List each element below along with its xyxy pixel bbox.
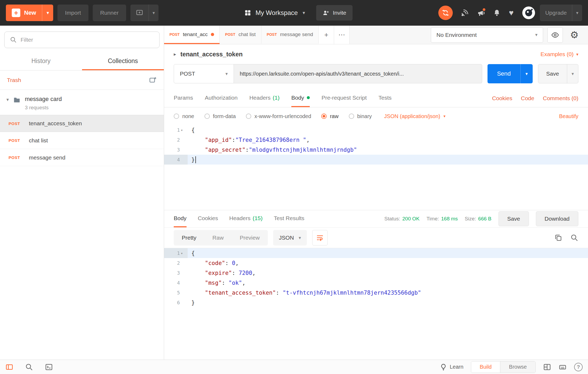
bell-icon [493, 9, 501, 17]
mode-urlencoded[interactable]: x-www-form-urlencoded [246, 113, 311, 119]
open-tab[interactable]: POST tenant_acc [164, 26, 220, 44]
view-preview[interactable]: Preview [232, 230, 268, 246]
tab-tests[interactable]: Tests [378, 89, 392, 107]
browse-toggle[interactable]: Browse [500, 361, 535, 373]
runner-button[interactable]: Runner [93, 5, 126, 21]
import-button[interactable]: Import [57, 5, 88, 21]
wrap-lines-button[interactable] [312, 230, 328, 246]
collection-item[interactable]: ▾ message card 3 requests [0, 90, 164, 115]
tab-collections[interactable]: Collections [82, 53, 164, 70]
chevron-right-icon[interactable]: ▸ [174, 51, 176, 57]
response-body-viewer[interactable]: 1▾ { 2 "code": 0, 3 "expire": 7200, 4 "m… [164, 248, 588, 360]
method-badge: POST [9, 121, 23, 126]
method-badge: POST [9, 138, 23, 143]
new-window-button[interactable]: ▾ [130, 5, 159, 21]
favorites-button[interactable]: ♥ [509, 9, 514, 17]
send-button[interactable]: Send ▾ [488, 64, 533, 83]
save-button[interactable]: Save ▾ [538, 64, 578, 83]
content-type-select[interactable]: JSON (application/json) ▾ [384, 113, 446, 119]
mode-binary[interactable]: binary [349, 113, 372, 119]
list-item[interactable]: POST message send [0, 149, 164, 166]
upgrade-dropdown-caret[interactable]: ▾ [572, 5, 582, 21]
build-toggle[interactable]: Build [471, 361, 500, 373]
list-item[interactable]: POST chat list [0, 132, 164, 149]
tab-history[interactable]: History [0, 53, 82, 70]
chevron-down-icon: ▾ [576, 10, 578, 16]
download-response-button[interactable]: Download [536, 211, 578, 226]
send-dropdown-caret[interactable]: ▾ [520, 64, 533, 83]
tab-authorization[interactable]: Authorization [205, 89, 238, 107]
tab-body[interactable]: Body [291, 89, 310, 107]
save-dropdown-caret[interactable]: ▾ [567, 64, 578, 83]
request-body-editor[interactable]: 1▾ { 2 "app_id":"Tree_2164387968ern ", 3… [164, 125, 588, 210]
filter-input[interactable] [21, 37, 154, 43]
postman-app: + New ▾ Import Runner ▾ My Workspace ▾ [0, 0, 588, 374]
account-button[interactable] [522, 6, 536, 20]
new-button[interactable]: + New ▾ [6, 5, 53, 21]
tab-response-headers[interactable]: Headers(15) [229, 210, 263, 227]
open-tab[interactable]: POST chat list [220, 26, 261, 44]
sync-button[interactable] [438, 6, 453, 20]
request-section-tabs: Params Authorization Headers(1) Body Pre… [164, 89, 588, 107]
view-pretty[interactable]: Pretty [174, 230, 204, 246]
time-badge: Time:168 ms [427, 216, 458, 222]
list-item[interactable]: POST tenant_access_token [0, 115, 164, 132]
tab-response-body[interactable]: Body [174, 210, 187, 227]
fold-toggle-icon[interactable]: ▾ [181, 251, 185, 255]
tab-params[interactable]: Params [174, 89, 193, 107]
mode-form-data[interactable]: form-data [204, 113, 236, 119]
chevron-down-icon[interactable]: ▾ [6, 97, 9, 103]
new-tab-button[interactable]: + [319, 26, 334, 44]
search-icon[interactable] [570, 234, 578, 242]
two-pane-view-button[interactable] [543, 363, 551, 371]
code-link[interactable]: Code [521, 95, 534, 102]
beautify-link[interactable]: Beautify [559, 113, 578, 119]
examples-dropdown[interactable]: Examples (0) ▾ [540, 51, 578, 57]
shortcuts-button[interactable] [559, 363, 567, 371]
invite-button[interactable]: Invite [316, 5, 353, 21]
tab-test-results[interactable]: Test Results [274, 210, 304, 227]
console-button[interactable] [45, 363, 53, 371]
plus-icon: + [324, 31, 328, 39]
settings-button[interactable]: ⚙ [567, 27, 582, 43]
learn-button[interactable]: Learn [440, 363, 463, 371]
find-replace-button[interactable] [25, 363, 33, 371]
url-input[interactable] [234, 64, 482, 83]
new-dropdown-caret[interactable]: ▾ [42, 5, 53, 21]
view-raw[interactable]: Raw [204, 230, 232, 246]
mode-raw[interactable]: raw [321, 113, 338, 119]
method-badge: POST [225, 32, 235, 37]
comments-link[interactable]: Comments (0) [543, 95, 578, 102]
fold-toggle-icon[interactable]: ▾ [181, 128, 185, 132]
request-list: POST tenant_access_token POST chat list … [0, 115, 164, 166]
chevron-down-icon: ▾ [153, 10, 155, 16]
upgrade-button[interactable]: Upgrade ▾ [540, 5, 582, 21]
environment-select[interactable]: No Environment ▾ [431, 27, 543, 43]
tab-pre-request-script[interactable]: Pre-request Script [322, 89, 367, 107]
notifications-button[interactable] [493, 9, 501, 17]
statusbar-left [5, 363, 53, 371]
copy-icon[interactable] [554, 234, 562, 242]
response-view-group: Pretty Raw Preview [174, 230, 268, 246]
method-select[interactable]: POST ▾ [174, 64, 234, 83]
window-dropdown-caret[interactable]: ▾ [149, 5, 159, 21]
help-button[interactable]: ? [574, 363, 583, 371]
response-format-select[interactable]: JSON ▾ [273, 230, 307, 246]
request-links: Cookies Code Comments (0) [492, 89, 578, 107]
trash-link[interactable]: Trash [7, 77, 21, 83]
announcements-button[interactable] [477, 9, 485, 17]
tab-headers[interactable]: Headers(1) [249, 89, 280, 107]
workspace-switcher[interactable]: My Workspace ▾ [244, 9, 305, 17]
tab-response-cookies[interactable]: Cookies [198, 210, 218, 227]
new-collection-button[interactable] [149, 76, 157, 84]
save-response-button[interactable]: Save [498, 211, 529, 226]
tab-options-button[interactable]: ⋯ [334, 26, 350, 44]
toggle-sidebar-button[interactable] [5, 363, 13, 371]
satellite-button[interactable] [461, 9, 469, 17]
radio-icon [174, 114, 179, 119]
cookies-link[interactable]: Cookies [492, 95, 512, 102]
collection-info: message card 3 requests [25, 96, 62, 111]
mode-none[interactable]: none [174, 113, 194, 119]
environment-preview-button[interactable] [547, 27, 563, 43]
open-tab[interactable]: POST message send [261, 26, 319, 44]
